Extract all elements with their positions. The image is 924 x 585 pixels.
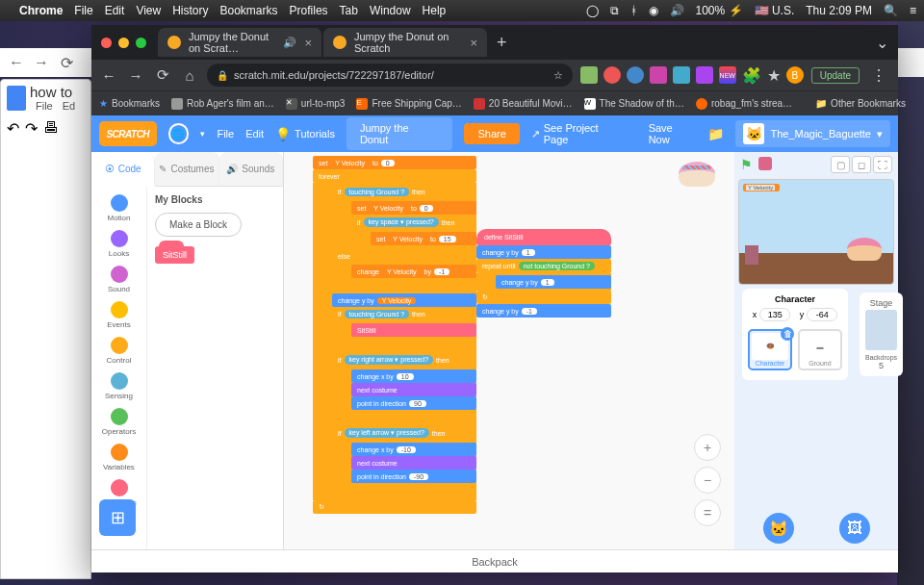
other-bookmarks[interactable]: 📁Other Bookmarks bbox=[815, 98, 906, 109]
category-operators[interactable]: Operators bbox=[91, 404, 146, 440]
star-bookmark-icon[interactable]: ★ bbox=[767, 66, 781, 85]
app-name[interactable]: Chrome bbox=[19, 4, 63, 17]
extension-icon[interactable] bbox=[696, 66, 713, 84]
docs-menu-file[interactable]: File bbox=[36, 100, 53, 112]
zoom-out-button[interactable]: − bbox=[694, 467, 721, 494]
undo-icon[interactable]: ↶ bbox=[7, 119, 19, 138]
menu-profiles[interactable]: Profiles bbox=[290, 4, 328, 17]
maximize-window[interactable] bbox=[136, 38, 146, 48]
bookmark[interactable]: EFree Shipping Cap… bbox=[356, 98, 461, 110]
tutorials-button[interactable]: 💡Tutorials bbox=[275, 127, 335, 141]
category-variables[interactable]: Variables bbox=[91, 440, 146, 475]
zoom-in-button[interactable]: + bbox=[694, 434, 721, 461]
browser-tab-1[interactable]: Jumpy the Donut on Scrat… 🔊 × bbox=[158, 28, 321, 57]
address-bar[interactable]: 🔒 scratch.mit.edu/projects/722297187/edi… bbox=[207, 64, 573, 87]
scratch-logo[interactable]: SCRATCH bbox=[99, 121, 157, 146]
tab-sounds[interactable]: 🔊Sounds bbox=[219, 152, 283, 186]
menu-view[interactable]: View bbox=[136, 4, 161, 17]
project-title-field[interactable]: Jumpy the Donut bbox=[346, 117, 453, 150]
menu-edit[interactable]: Edit bbox=[105, 4, 125, 17]
profile-avatar[interactable]: B bbox=[786, 66, 804, 84]
loom-icon[interactable]: ◯ bbox=[586, 4, 599, 17]
custom-block-sitstill[interactable]: SitStill bbox=[155, 246, 194, 264]
print-icon[interactable]: 🖶 bbox=[43, 119, 59, 138]
bookmark[interactable]: 20 Beautiful Movi… bbox=[474, 98, 573, 110]
tab-costumes[interactable]: ✎Costumes bbox=[155, 152, 218, 186]
bookmark[interactable]: ★Bookmarks bbox=[99, 98, 160, 109]
new-tab-button[interactable]: + bbox=[489, 33, 515, 53]
chrome-menu-icon[interactable]: ⋮ bbox=[867, 66, 890, 85]
menu-file[interactable]: File bbox=[74, 4, 92, 17]
docs-title[interactable]: how to bbox=[30, 84, 81, 100]
menu-tab[interactable]: Tab bbox=[340, 4, 358, 17]
reload-button[interactable]: ⟳ bbox=[58, 54, 75, 71]
bookmark[interactable]: Rob Ager's film an… bbox=[171, 98, 274, 110]
back-button[interactable]: ← bbox=[8, 54, 25, 71]
control-center-icon[interactable]: ≡ bbox=[910, 4, 916, 17]
category-events[interactable]: Events bbox=[91, 297, 146, 333]
user-menu[interactable]: 🐱 The_Magic_Baguette ▾ bbox=[735, 120, 890, 147]
script-stack-define[interactable]: define SitStill change y by 1 repeat unt… bbox=[476, 229, 611, 318]
category-sound[interactable]: Sound bbox=[91, 262, 146, 297]
stage-large-button[interactable]: ◻ bbox=[852, 156, 871, 173]
clock[interactable]: Thu 2:09 PM bbox=[806, 4, 872, 17]
scratch-edit-menu[interactable]: Edit bbox=[245, 128, 264, 140]
add-backdrop-button[interactable]: 🖼 bbox=[839, 513, 870, 544]
tab-audio-icon[interactable]: 🔊 bbox=[283, 37, 296, 49]
y-input[interactable] bbox=[807, 308, 837, 321]
bookmark[interactable]: ✕url-to-mp3 bbox=[286, 98, 346, 110]
category-control[interactable]: Control bbox=[91, 333, 146, 369]
menu-bookmarks[interactable]: Bookmarks bbox=[220, 4, 278, 17]
sprite-card-character[interactable]: 🗑 🍩 Character bbox=[748, 329, 792, 370]
save-now[interactable]: Save Now bbox=[649, 122, 697, 145]
extension-icon[interactable] bbox=[650, 66, 667, 84]
battery-status[interactable]: 100% ⚡ bbox=[696, 4, 743, 17]
extensions-menu-icon[interactable]: 🧩 bbox=[742, 66, 761, 85]
back-button[interactable]: ← bbox=[99, 65, 118, 85]
stop-button[interactable] bbox=[758, 157, 772, 170]
category-looks[interactable]: Looks bbox=[91, 226, 146, 262]
home-button[interactable]: ⌂ bbox=[180, 65, 199, 85]
redo-icon[interactable]: ↷ bbox=[25, 119, 38, 138]
input-flag[interactable]: 🇺🇸 U.S. bbox=[755, 4, 795, 17]
script-workspace[interactable]: set Y Velocity to 0 forever if touching … bbox=[284, 152, 734, 549]
green-flag-button[interactable]: ⚑ bbox=[740, 157, 753, 172]
extension-icon[interactable] bbox=[603, 66, 621, 84]
update-button[interactable]: Update bbox=[811, 67, 860, 84]
x-input[interactable] bbox=[759, 308, 790, 321]
wifi-icon[interactable]: ◉ bbox=[649, 4, 658, 17]
tab-code[interactable]: ⦿Code bbox=[91, 153, 155, 187]
extension-icon[interactable] bbox=[580, 66, 598, 84]
volume-icon[interactable]: 🔊 bbox=[670, 4, 684, 17]
tab-dropdown-icon[interactable]: ⌄ bbox=[866, 34, 898, 52]
bookmark[interactable]: WThe Shadow of th… bbox=[584, 98, 684, 110]
browser-tab-2[interactable]: Jumpy the Donut on Scratch × bbox=[323, 28, 487, 57]
stage-preview[interactable]: Y Velocity bbox=[738, 179, 894, 285]
stage-small-button[interactable]: ▢ bbox=[831, 156, 850, 173]
extension-icon[interactable] bbox=[673, 66, 690, 84]
reload-button[interactable]: ⟳ bbox=[153, 65, 172, 85]
forward-button[interactable]: → bbox=[33, 54, 50, 71]
language-icon[interactable]: 🌐 bbox=[168, 123, 190, 144]
bookmark[interactable]: robag_fm's strea… bbox=[696, 98, 792, 110]
screenshare-icon[interactable]: ⧉ bbox=[610, 4, 619, 17]
backpack-panel[interactable]: Backpack bbox=[91, 549, 898, 572]
category-sensing[interactable]: Sensing bbox=[91, 369, 146, 404]
bluetooth-icon[interactable]: ᚼ bbox=[630, 4, 637, 17]
docs-menu-edit[interactable]: Ed bbox=[63, 100, 75, 112]
stage-selector[interactable]: Stage Backdrops 5 bbox=[860, 292, 903, 376]
extension-icon[interactable] bbox=[627, 66, 644, 84]
star-icon[interactable]: ☆ bbox=[553, 69, 563, 82]
add-extension-button[interactable]: ⊞ bbox=[99, 499, 136, 536]
delete-sprite-icon[interactable]: 🗑 bbox=[781, 327, 794, 341]
extension-icon[interactable]: NEW bbox=[719, 66, 736, 84]
forward-button[interactable]: → bbox=[126, 65, 145, 85]
close-tab-icon[interactable]: × bbox=[304, 36, 312, 50]
menu-help[interactable]: Help bbox=[423, 4, 447, 17]
my-stuff-icon[interactable]: 📁 bbox=[707, 126, 724, 141]
see-project-page[interactable]: ↗See Project Page bbox=[531, 122, 626, 145]
zoom-reset-button[interactable]: = bbox=[694, 499, 721, 526]
category-motion[interactable]: Motion bbox=[91, 191, 146, 226]
share-button[interactable]: Share bbox=[464, 123, 519, 144]
close-tab-icon[interactable]: × bbox=[470, 36, 477, 50]
